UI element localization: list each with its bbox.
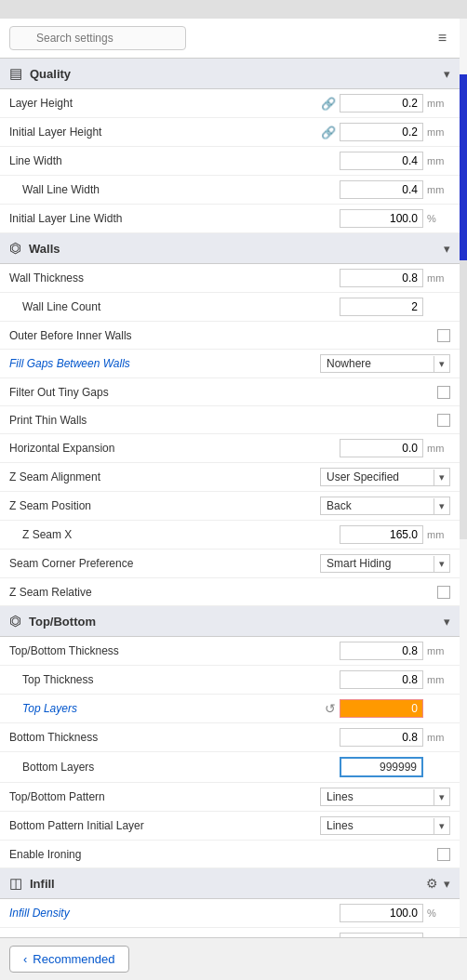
infill-density-value: %	[340, 904, 450, 922]
topbottom-section-header[interactable]: ⏣ Top/Bottom ▾	[0, 606, 460, 637]
walls-chevron: ▾	[444, 242, 450, 256]
wall-thickness-row: Wall Thickness mm	[0, 264, 460, 293]
top-layers-value: ↺	[325, 699, 450, 718]
seam-corner-arrow: ▾	[434, 556, 449, 572]
top-layers-input[interactable]	[340, 699, 423, 718]
bottom-layers-row: Bottom Layers	[0, 752, 460, 783]
z-seam-alignment-text: User Specified	[321, 469, 434, 485]
initial-layer-line-width-input[interactable]	[340, 209, 423, 228]
walls-section-header[interactable]: ⏣ Walls ▾	[0, 233, 460, 264]
initial-layer-line-width-value: %	[340, 209, 450, 228]
z-seam-position-dropdown[interactable]: Back ▾	[320, 497, 450, 515]
quality-icon: ▤	[9, 65, 22, 82]
infill-density-input[interactable]	[340, 904, 423, 922]
horizontal-expansion-label: Horizontal Expansion	[9, 442, 340, 455]
topbottom-pattern-value: Lines ▾	[320, 788, 450, 806]
layer-height-unit: mm	[427, 98, 450, 109]
horizontal-expansion-input[interactable]	[340, 439, 423, 457]
layer-height-value: 🔗 mm	[321, 94, 450, 113]
topbottom-thickness-input[interactable]	[340, 642, 423, 660]
layer-height-row: Layer Height 🔗 mm	[0, 89, 460, 118]
top-layers-reset-icon[interactable]: ↺	[325, 701, 336, 716]
print-thin-walls-checkbox[interactable]	[437, 414, 450, 427]
infill-density-unit: %	[427, 907, 450, 919]
z-seam-relative-checkbox[interactable]	[437, 586, 450, 599]
bottom-layers-input[interactable]	[340, 757, 423, 777]
initial-layer-height-label: Initial Layer Height	[9, 126, 321, 139]
horizontal-expansion-value: mm	[340, 439, 450, 457]
enable-ironing-label: Enable Ironing	[9, 848, 437, 861]
z-seam-alignment-value: User Specified ▾	[320, 468, 450, 486]
z-seam-x-value: mm	[340, 525, 450, 544]
bottom-thickness-input[interactable]	[340, 728, 423, 747]
seam-corner-row: Seam Corner Preference Smart Hiding ▾	[0, 550, 460, 578]
quality-section-header[interactable]: ▤ Quality ▾	[0, 59, 460, 89]
fill-gaps-dropdown[interactable]: Nowhere ▾	[320, 354, 450, 373]
fill-gaps-dropdown-text: Nowhere	[321, 355, 434, 372]
scrollbar-thumb[interactable]	[460, 74, 467, 260]
filter-tiny-gaps-checkbox[interactable]	[437, 386, 450, 399]
z-seam-relative-label: Z Seam Relative	[9, 586, 437, 599]
wall-thickness-unit: mm	[427, 272, 450, 284]
fill-gaps-row: Fill Gaps Between Walls Nowhere ▾	[0, 350, 460, 378]
top-bar	[0, 0, 467, 19]
line-width-input[interactable]	[340, 152, 423, 170]
topbottom-pattern-arrow: ▾	[434, 789, 449, 805]
quality-title: Quality	[30, 67, 444, 81]
infill-gear-icon[interactable]: ⚙	[426, 876, 438, 891]
wall-line-width-unit: mm	[427, 184, 450, 195]
line-width-value: mm	[340, 152, 450, 170]
bottom-pattern-initial-text: Lines	[321, 817, 434, 834]
enable-ironing-value	[437, 848, 450, 861]
z-seam-position-arrow: ▾	[434, 498, 449, 514]
z-seam-alignment-label: Z Seam Alignment	[9, 470, 320, 483]
z-seam-alignment-dropdown[interactable]: User Specified ▾	[320, 468, 450, 486]
horizontal-expansion-row: Horizontal Expansion mm	[0, 434, 460, 463]
bottom-pattern-initial-dropdown[interactable]: Lines ▾	[320, 816, 450, 835]
layer-height-input[interactable]	[340, 94, 423, 113]
bottom-pattern-initial-row: Bottom Pattern Initial Layer Lines ▾	[0, 812, 460, 841]
print-thin-walls-value	[437, 414, 450, 427]
top-layers-row: Top Layers ↺	[0, 695, 460, 723]
horizontal-expansion-unit: mm	[427, 443, 450, 454]
infill-chevron: ▾	[444, 877, 450, 891]
infill-icon: ◫	[9, 875, 22, 892]
infill-section-header[interactable]: ◫ Infill ⚙ ▾	[0, 868, 460, 899]
z-seam-x-input[interactable]	[340, 525, 423, 544]
infill-title: Infill	[30, 877, 426, 891]
bottom-layers-value	[340, 757, 450, 777]
line-width-unit: mm	[427, 155, 450, 166]
fill-gaps-dropdown-arrow: ▾	[434, 356, 449, 372]
enable-ironing-row: Enable Ironing	[0, 841, 460, 868]
initial-layer-line-width-label: Initial Layer Line Width	[9, 212, 340, 225]
wall-thickness-input[interactable]	[340, 269, 423, 287]
recommended-chevron: ‹	[23, 952, 27, 966]
z-seam-position-label: Z Seam Position	[9, 499, 320, 512]
wall-line-width-input[interactable]	[340, 180, 423, 199]
quality-chevron: ▾	[444, 67, 450, 81]
search-input[interactable]	[9, 26, 186, 50]
enable-ironing-checkbox[interactable]	[437, 848, 450, 861]
top-thickness-input[interactable]	[340, 670, 423, 689]
bottom-thickness-row: Bottom Thickness mm	[0, 723, 460, 752]
initial-layer-height-input[interactable]	[340, 123, 423, 141]
top-thickness-row: Top Thickness mm	[0, 666, 460, 695]
menu-icon[interactable]: ≡	[434, 26, 450, 50]
z-seam-x-label: Z Seam X	[22, 528, 340, 541]
topbottom-pattern-dropdown[interactable]: Lines ▾	[320, 788, 450, 806]
line-width-label: Line Width	[9, 154, 340, 167]
topbottom-pattern-label: Top/Bottom Pattern	[9, 790, 320, 803]
z-seam-position-row: Z Seam Position Back ▾	[0, 492, 460, 521]
topbottom-thickness-unit: mm	[427, 645, 450, 656]
outer-before-inner-label: Outer Before Inner Walls	[9, 329, 437, 342]
wall-line-count-input[interactable]	[340, 298, 423, 316]
outer-before-inner-checkbox[interactable]	[437, 329, 450, 342]
bottom-pattern-initial-label: Bottom Pattern Initial Layer	[9, 819, 320, 832]
seam-corner-dropdown[interactable]: Smart Hiding ▾	[320, 554, 450, 573]
recommended-button[interactable]: ‹ Recommended	[9, 946, 129, 973]
initial-layer-line-width-row: Initial Layer Line Width %	[0, 205, 460, 233]
z-seam-alignment-arrow: ▾	[434, 470, 449, 485]
layer-height-label: Layer Height	[9, 97, 321, 110]
print-thin-walls-row: Print Thin Walls	[0, 406, 460, 434]
scrollbar[interactable]	[460, 74, 467, 539]
